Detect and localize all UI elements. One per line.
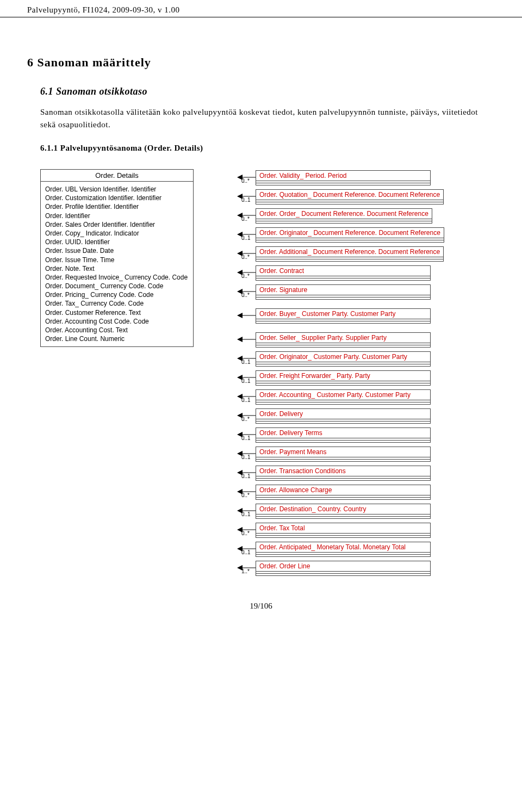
- relation-class-title: Order. Contract: [256, 266, 430, 276]
- multiplicity-label: 0..1: [241, 435, 251, 441]
- class-attribute: Order. Note. Text: [45, 264, 189, 273]
- class-attribute: Order. Customization Identifier. Identif…: [45, 194, 189, 202]
- relation-class-box: Order. Delivery: [256, 408, 431, 424]
- relation-class-box: Order. Payment Means: [256, 447, 431, 462]
- class-attribute: Order. Document_ Currency Code. Code: [45, 282, 189, 290]
- multiplicity-label: 0..*: [241, 254, 250, 260]
- relation-row: Order. Seller_ Supplier Party. Supplier …: [237, 332, 444, 348]
- relation-row: 0..1Order. Delivery Terms: [237, 427, 444, 443]
- multiplicity-label: 0..*: [241, 273, 250, 279]
- svg-marker-15: [237, 313, 243, 318]
- class-attribute: Order. Issue Time. Time: [45, 256, 189, 264]
- class-attribute: Order. Line Count. Numeric: [45, 334, 189, 343]
- intro-paragraph: Sanoman otsikkotasolla välitetään koko p…: [40, 106, 495, 131]
- relation-class-title: Order. Quotation_ Document Reference. Do…: [256, 190, 443, 200]
- class-attribute: Order. UUID. Identifier: [45, 238, 189, 246]
- class-attribute: Order. Issue Date. Date: [45, 246, 189, 255]
- relation-class-box: Order. Seller_ Supplier Party. Supplier …: [256, 332, 431, 348]
- multiplicity-label: 0..1: [241, 473, 251, 479]
- relation-row: 0..1Order. Anticipated_ Monetary Total. …: [237, 542, 444, 557]
- relation-class-title: Order. Destination_ Country. Country: [256, 504, 430, 515]
- relation-row: 0..1Order. Quotation_ Document Reference…: [237, 189, 444, 204]
- relation-class-box: Order. Additional_ Document Reference. D…: [256, 246, 444, 262]
- relation-class-box: Order. Originator_ Customer Party. Custo…: [256, 351, 431, 367]
- page-footer: 19/106: [0, 591, 522, 627]
- aggregation-arrow-icon: [237, 336, 256, 344]
- relation-class-box: Order. Buyer_ Customer Party. Customer P…: [256, 308, 431, 324]
- relation-class-box: Order. Allowance Charge: [256, 485, 431, 500]
- relation-class-box: Order. Destination_ Country. Country: [256, 504, 431, 519]
- relation-row: 0..1Order. Accounting_ Customer Party. C…: [237, 389, 444, 405]
- relation-class-title: Order. Tax Total: [256, 523, 430, 534]
- multiplicity-label: 0..*: [241, 292, 250, 298]
- relation-row: 0..*Order. Validity_ Period. Period: [237, 170, 444, 185]
- class-title: Order. Details: [41, 170, 193, 182]
- relation-class-title: Order. Transaction Conditions: [256, 466, 430, 476]
- relation-class-title: Order. Payment Means: [256, 447, 430, 457]
- relation-class-box: Order. Quotation_ Document Reference. Do…: [256, 189, 444, 204]
- class-attribute: Order. Identifier: [45, 212, 189, 220]
- class-attribute: Order. Tax_ Currency Code. Code: [45, 299, 189, 308]
- relation-row: Order. Buyer_ Customer Party. Customer P…: [237, 308, 444, 324]
- class-box-order-details: Order. Details Order. UBL Version Identi…: [40, 169, 194, 347]
- relation-row: 0..1Order. Freight Forwarder_ Party. Par…: [237, 370, 444, 386]
- relation-class-title: Order. Signature: [256, 285, 430, 295]
- relation-row: 0..*Order. Delivery: [237, 408, 444, 424]
- multiplicity-label: 0..*: [241, 178, 250, 184]
- content: 6 Sanoman määrittely 6.1 Sanoman otsikko…: [0, 17, 522, 591]
- relation-class-box: Order. Validity_ Period. Period: [256, 170, 431, 185]
- relation-class-box: Order. Signature: [256, 284, 431, 300]
- relation-class-title: Order. Additional_ Document Reference. D…: [256, 247, 443, 257]
- relation-class-title: Order. Originator_ Document Reference. D…: [256, 228, 444, 238]
- relation-row: 1..*Order. Order Line: [237, 561, 444, 576]
- relation-class-title: Order. Seller_ Supplier Party. Supplier …: [256, 333, 430, 343]
- relation-class-title: Order. Anticipated_ Monetary Total. Mone…: [256, 542, 430, 553]
- multiplicity-label: 0..1: [241, 197, 251, 203]
- relation-class-box: Order. Transaction Conditions: [256, 466, 431, 481]
- class-attribute: Order. UBL Version Identifier. Identifie…: [45, 185, 189, 194]
- relation-class-title: Order. Validity_ Period. Period: [256, 171, 430, 181]
- multiplicity-label: 1..*: [241, 568, 250, 574]
- relation-row: 0..*Order. Signature: [237, 284, 444, 300]
- class-attribute: Order. Profile Identifier. Identifier: [45, 202, 189, 211]
- relations-column: 0..*Order. Validity_ Period. Period0..1O…: [237, 170, 444, 580]
- heading-3: 6.1.1 Palvelupyyntösanoma (Order. Detail…: [40, 144, 495, 153]
- class-attribute: Order. Sales Order Identifier. Identifie…: [45, 220, 189, 229]
- relation-class-title: Order. Order Line: [256, 561, 430, 572]
- multiplicity-label: 0..1: [241, 454, 251, 460]
- relation-class-box: Order. Order_ Document Reference. Docume…: [256, 208, 432, 224]
- relation-class-title: Order. Originator_ Customer Party. Custo…: [256, 352, 430, 362]
- relation-class-box: Order. Contract: [256, 265, 431, 281]
- relation-class-box: Order. Freight Forwarder_ Party. Party: [256, 370, 431, 386]
- class-attribute: Order. Customer Reference. Text: [45, 308, 189, 317]
- class-attribute: Order. Pricing_ Currency Code. Code: [45, 290, 189, 299]
- relation-class-title: Order. Buyer_ Customer Party. Customer P…: [256, 309, 430, 319]
- class-attribute: Order. Requested Invoice_ Currency Code.…: [45, 273, 189, 282]
- relation-row: 0..1Order. Originator_ Customer Party. C…: [237, 351, 444, 367]
- relation-class-box: Order. Accounting_ Customer Party. Custo…: [256, 389, 431, 405]
- relation-class-title: Order. Freight Forwarder_ Party. Party: [256, 371, 430, 381]
- relation-row: 0..*Order. Contract: [237, 265, 444, 281]
- aggregation-arrow-icon: [237, 312, 256, 320]
- multiplicity-label: 0..*: [241, 492, 250, 498]
- relation-class-box: Order. Delivery Terms: [256, 427, 431, 443]
- multiplicity-label: 0..*: [241, 216, 250, 222]
- relation-row: 0..1Order. Destination_ Country. Country: [237, 504, 444, 519]
- relation-row: 0..*Order. Tax Total: [237, 523, 444, 538]
- class-attribute: Order. Accounting Cost Code. Code: [45, 317, 189, 326]
- relation-class-title: Order. Delivery Terms: [256, 428, 430, 438]
- multiplicity-label: 0..1: [241, 359, 251, 365]
- uml-diagram: Order. Details Order. UBL Version Identi…: [40, 169, 495, 580]
- relation-class-box: Order. Order Line: [256, 561, 431, 576]
- relation-class-box: Order. Originator_ Document Reference. D…: [256, 227, 444, 243]
- relation-class-title: Order. Order_ Document Reference. Docume…: [256, 209, 432, 219]
- relation-class-title: Order. Allowance Charge: [256, 485, 430, 495]
- relation-class-box: Order. Anticipated_ Monetary Total. Mone…: [256, 542, 431, 557]
- multiplicity-label: 0..1: [241, 397, 251, 403]
- multiplicity-label: 0..1: [241, 235, 251, 241]
- svg-marker-17: [237, 337, 243, 342]
- multiplicity-label: 0..1: [241, 378, 251, 384]
- multiplicity-label: 0..*: [241, 416, 250, 422]
- relation-class-box: Order. Tax Total: [256, 523, 431, 538]
- relation-row: 0..*Order. Order_ Document Reference. Do…: [237, 208, 444, 224]
